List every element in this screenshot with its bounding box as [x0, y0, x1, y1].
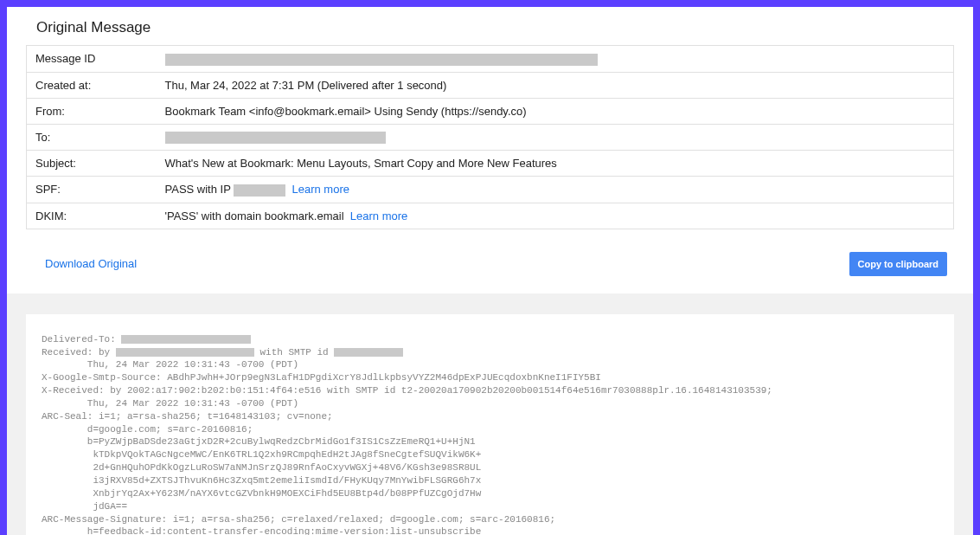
- row-to: To:: [27, 124, 954, 151]
- value-subject: What's New at Bookmark: Menu Layouts, Sm…: [157, 151, 954, 177]
- redacted-to: [165, 132, 386, 144]
- redacted-smtp-id: [334, 348, 403, 357]
- redacted-message-id: [165, 54, 598, 66]
- row-created: Created at: Thu, Mar 24, 2022 at 7:31 PM…: [27, 72, 954, 98]
- dkim-learn-more-link[interactable]: Learn more: [350, 209, 407, 222]
- upper-section: Original Message Message ID Created at: …: [7, 7, 973, 293]
- value-message-id: [157, 46, 954, 73]
- label-dkim: DKIM:: [27, 203, 157, 229]
- spf-learn-more-link[interactable]: Learn more: [291, 183, 349, 196]
- label-created: Created at:: [27, 72, 157, 98]
- download-original-link[interactable]: Download Original: [45, 257, 137, 270]
- spf-text: PASS with IP: [165, 183, 234, 196]
- window: Original Message Message ID Created at: …: [7, 7, 973, 535]
- dkim-text: 'PASS' with domain bookmark.email: [165, 209, 344, 222]
- value-dkim: 'PASS' with domain bookmark.email Learn …: [157, 203, 954, 229]
- label-from: From:: [27, 98, 157, 124]
- value-to: [157, 124, 954, 151]
- value-spf: PASS with IP Learn more: [157, 177, 954, 203]
- page-title: Original Message: [36, 19, 954, 36]
- value-from: Bookmark Team <info@bookmark.email> Usin…: [157, 98, 954, 124]
- message-meta-table: Message ID Created at: Thu, Mar 24, 2022…: [26, 45, 954, 229]
- row-subject: Subject: What's New at Bookmark: Menu La…: [27, 151, 954, 177]
- row-from: From: Bookmark Team <info@bookmark.email…: [27, 98, 954, 124]
- label-spf: SPF:: [27, 177, 157, 203]
- raw-section: Delivered-To: Received: by with SMTP id …: [7, 293, 973, 535]
- row-message-id: Message ID: [27, 46, 954, 73]
- value-created: Thu, Mar 24, 2022 at 7:31 PM (Delivered …: [157, 72, 954, 98]
- label-subject: Subject:: [27, 151, 157, 177]
- redacted-spf-ip: [234, 184, 285, 197]
- raw-container: Delivered-To: Received: by with SMTP id …: [26, 314, 954, 535]
- copy-to-clipboard-button[interactable]: Copy to clipboard: [849, 252, 948, 276]
- redacted-received-by: [116, 348, 254, 357]
- row-spf: SPF: PASS with IP Learn more: [27, 177, 954, 203]
- redacted-delivered-to: [121, 335, 251, 344]
- raw-headers: Delivered-To: Received: by with SMTP id …: [42, 333, 938, 535]
- row-dkim: DKIM: 'PASS' with domain bookmark.email …: [27, 203, 954, 229]
- label-to: To:: [27, 124, 157, 151]
- actions-row: Download Original Copy to clipboard: [26, 229, 954, 276]
- label-message-id: Message ID: [27, 46, 157, 73]
